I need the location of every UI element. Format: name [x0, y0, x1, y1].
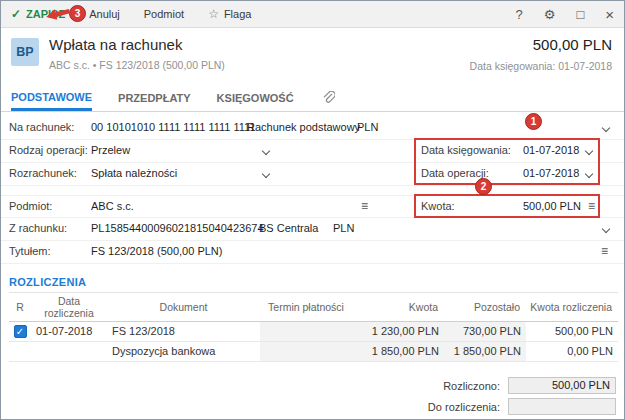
data-ksiegowania-dropdown-icon[interactable] [585, 147, 593, 155]
z-rachunku-currency: PLN [333, 222, 354, 234]
row1-checkbox-cell: ✓ [9, 322, 31, 341]
row2-settled-amount[interactable]: 0,00 PLN [526, 342, 618, 361]
document-header: BP Wpłata na rachunek ABC s.c. • FS 123/… [1, 29, 624, 85]
column-header-termin-platnosci: Termin płatności [260, 293, 352, 321]
flag-button[interactable]: ☆ Flaga [208, 7, 251, 21]
podmiot-lookup-icon[interactable]: ≡ [361, 199, 368, 213]
z-rachunku-label: Z rachunku: [9, 222, 67, 234]
close-icon[interactable]: × [605, 8, 614, 21]
entity-button-label: Podmiot [144, 8, 184, 20]
header-amount: 500,00 PLN [533, 36, 612, 53]
data-operacji-label: Data operacji: [421, 167, 489, 179]
cancel-button-label: Anuluj [89, 8, 120, 20]
rodzaj-operacji-value[interactable]: Przelew [91, 144, 130, 156]
data-operacji-dropdown-icon[interactable] [585, 170, 593, 178]
settlements-table: R Data rozliczenia Dokument Termin płatn… [9, 292, 618, 362]
help-button[interactable]: ? [515, 8, 522, 21]
row2-date [31, 342, 107, 361]
na-rachunek-label: Na rachunek: [9, 121, 74, 133]
tab-przedplaty[interactable]: PRZEDPŁATY [118, 85, 191, 111]
row1-date: 01-07-2018 [31, 322, 107, 341]
table-row[interactable]: ✓ 01-07-2018 FS 123/2018 1 230,00 PLN 73… [9, 322, 618, 342]
toolbar: ✓ ZAPISZ Anuluj Podmiot ☆ Flaga ? ⚙ □ × [1, 1, 624, 28]
page-subtitle: ABC s.c. • FS 123/2018 (500,00 PLN) [49, 59, 225, 71]
header-booking-date: Data księgowania: 01-07-2018 [470, 60, 612, 72]
row2-remaining: 1 850,00 PLN [444, 342, 526, 361]
column-header-kwota-rozliczenia: Kwota rozliczenia [526, 293, 618, 321]
settlements-section-title: ROZLICZENIA [9, 276, 86, 288]
page-title: Wpłata na rachunek [49, 36, 182, 53]
column-header-pozostalo: Pozostało [444, 293, 526, 321]
row1-due-date [260, 322, 352, 341]
table-row[interactable]: Dyspozycja bankowa 1 850,00 PLN 1 850,00… [9, 342, 618, 362]
rozrachunek-dropdown-icon[interactable] [262, 170, 270, 178]
maximize-icon[interactable]: □ [576, 8, 584, 21]
settlements-table-header: R Data rozliczenia Dokument Termin płatn… [9, 292, 618, 322]
annotation-badge-3: 3 [69, 5, 86, 22]
na-rachunek-currency: PLN [357, 121, 378, 133]
field-row-tytulem: Tytułem: FS 123/2018 (500,00 PLN) ≡ [1, 241, 624, 264]
row1-remaining: 730,00 PLN [444, 322, 526, 341]
tab-ksiegowosc[interactable]: KSIĘGOWOŚĆ [217, 85, 294, 111]
field-row-z-rachunku: Z rachunku: PL15854400096021815040423674… [1, 218, 624, 241]
rodzaj-operacji-label: Rodzaj operacji: [9, 144, 88, 156]
tytulem-label: Tytułem: [9, 245, 51, 257]
rodzaj-operacji-dropdown-icon[interactable] [262, 147, 270, 155]
row1-checkbox[interactable]: ✓ [14, 325, 27, 338]
row2-document: Dyspozycja bankowa [107, 342, 260, 361]
entity-button[interactable]: Podmiot [144, 8, 184, 20]
annotation-badge-1: 1 [525, 113, 542, 130]
field-row-podmiot: Podmiot: ABC s.c. ≡ Kwota: 500,00 PLN ≡ [1, 195, 624, 218]
remaining-value [508, 398, 616, 415]
remaining-label: Do rozliczenia: [428, 401, 500, 413]
annotation-badge-2: 2 [475, 178, 492, 195]
payment-window: ✓ ZAPISZ Anuluj Podmiot ☆ Flaga ? ⚙ □ × … [0, 0, 625, 420]
z-rachunku-value[interactable]: PL15854400096021815040423674 [91, 222, 264, 234]
column-header-r: R [9, 293, 31, 321]
settled-label: Rozliczono: [443, 380, 500, 392]
avatar: BP [11, 38, 39, 66]
na-rachunek-dropdown-icon[interactable] [602, 124, 610, 132]
cancel-button[interactable]: Anuluj [89, 8, 120, 20]
summary-remaining-row: Do rozliczenia: [428, 398, 616, 415]
settled-value: 500,00 PLN [508, 377, 616, 394]
column-header-data-rozliczenia: Data rozliczenia [31, 293, 107, 321]
z-rachunku-dropdown-icon[interactable] [602, 225, 610, 233]
z-rachunku-bank: BS Centrala [259, 222, 318, 234]
data-operacji-value[interactable]: 01-07-2018 [523, 167, 579, 179]
tab-podstawowe[interactable]: PODSTAWOWE [11, 85, 92, 111]
star-icon: ☆ [208, 7, 219, 21]
tytulem-menu-icon[interactable]: ≡ [601, 244, 608, 258]
field-row-rozrachunek: Rozrachunek: Spłata należności Data oper… [1, 163, 624, 186]
row1-amount: 1 230,00 PLN [352, 322, 444, 341]
flag-button-label: Flaga [224, 8, 252, 20]
column-header-dokument: Dokument [107, 293, 260, 321]
tytulem-value[interactable]: FS 123/2018 (500,00 PLN) [91, 245, 222, 257]
tab-bar: PODSTAWOWE PRZEDPŁATY KSIĘGOWOŚĆ [1, 85, 624, 112]
row2-checkbox-cell[interactable] [9, 342, 31, 361]
kwota-menu-icon[interactable]: ≡ [588, 199, 595, 213]
row2-amount: 1 850,00 PLN [352, 342, 444, 361]
data-ksiegowania-label: Data księgowania: [421, 144, 511, 156]
paperclip-icon [322, 91, 335, 105]
field-row-rodzaj-operacji: Rodzaj operacji: Przelew Data księgowani… [1, 140, 624, 163]
settings-gear-icon[interactable]: ⚙ [544, 8, 556, 21]
podmiot-value[interactable]: ABC s.c. [91, 200, 134, 212]
attachments-button[interactable] [322, 85, 335, 111]
column-header-kwota: Kwota [352, 293, 444, 321]
kwota-label: Kwota: [421, 200, 455, 212]
rozrachunek-value[interactable]: Spłata należności [91, 167, 177, 179]
data-ksiegowania-value[interactable]: 01-07-2018 [523, 144, 579, 156]
row1-settled-amount[interactable]: 500,00 PLN [526, 322, 618, 341]
kwota-value[interactable]: 500,00 PLN [467, 200, 581, 212]
podmiot-label: Podmiot: [9, 200, 52, 212]
row2-due-date [260, 342, 352, 361]
row1-document: FS 123/2018 [107, 322, 260, 341]
rozrachunek-label: Rozrachunek: [9, 167, 77, 179]
summary-settled-row: Rozliczono: 500,00 PLN [443, 377, 616, 394]
check-icon: ✓ [11, 7, 21, 21]
na-rachunek-value[interactable]: 00 10101010 1111 1111 1111 1111 [91, 121, 256, 133]
na-rachunek-type: Rachunek podstawowy [247, 121, 360, 133]
